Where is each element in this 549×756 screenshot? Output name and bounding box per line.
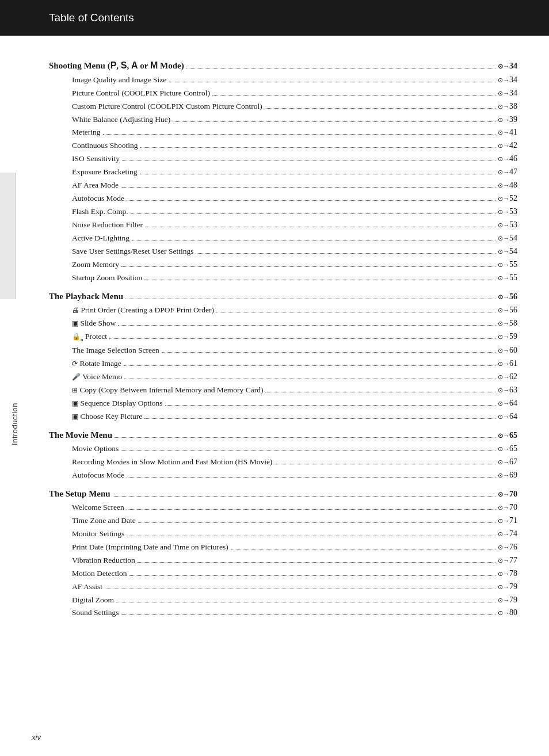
toc-item-label: AF Assist — [72, 581, 102, 593]
toc-title-shooting: Shooting Menu (P, S, A or M Mode) — [49, 59, 184, 73]
toc-item-label: Noise Reduction Filter — [72, 219, 143, 231]
toc-item-label: White Balance (Adjusting Hue) — [72, 114, 170, 126]
list-item: ⟳ Rotate Image ⊙→61 — [49, 357, 517, 370]
toc-item-label: Sound Settings — [72, 607, 119, 619]
main-content: Shooting Menu (P, S, A or M Mode) ⊙→34 I… — [0, 36, 549, 655]
toc-item-label: AF Area Mode — [72, 180, 119, 192]
list-item: AF Assist ⊙→79 — [49, 581, 517, 593]
list-item: 🔒n Protect ⊙→59 — [49, 330, 517, 344]
list-item: Print Date (Imprinting Date and Time on … — [49, 541, 517, 553]
toc-item-label: Picture Control (COOLPIX Picture Control… — [72, 87, 210, 100]
toc-item-label: Metering — [72, 127, 101, 139]
page-footer: xiv — [32, 733, 41, 742]
toc-item-label: Digital Zoom — [72, 594, 114, 606]
toc-item-label: Movie Options — [72, 443, 119, 455]
list-item: Noise Reduction Filter ⊙→53 — [49, 219, 517, 231]
list-item: Exposure Bracketing ⊙→47 — [49, 166, 517, 178]
toc-item-label: 🔒n Protect — [72, 331, 107, 344]
toc-item-label: Image Quality and Image Size — [72, 74, 166, 86]
toc-title-playback: The Playback Menu — [49, 290, 123, 303]
toc-item-label: Startup Zoom Position — [72, 272, 142, 284]
toc-section-movie: The Movie Menu ⊙→65 Movie Options ⊙→65 R… — [49, 429, 517, 482]
list-item: Sound Settings ⊙→80 — [49, 606, 517, 619]
toc-item-label: Welcome Screen — [72, 502, 124, 514]
toc-section-shooting: Shooting Menu (P, S, A or M Mode) ⊙→34 I… — [49, 59, 517, 284]
toc-item-label: ▣ Choose Key Picture — [72, 411, 142, 423]
toc-item-label: ▣ Sequence Display Options — [72, 398, 163, 410]
toc-item-label: ▣ Slide Show — [72, 318, 116, 330]
list-item: Startup Zoom Position ⊙→55 — [49, 272, 517, 284]
toc-item-label: Autofocus Mode — [72, 469, 124, 482]
list-item: Zoom Memory ⊙→55 — [49, 258, 517, 271]
toc-item-label: Autofocus Mode — [72, 193, 124, 205]
list-item: Motion Detection ⊙→78 — [49, 567, 517, 580]
list-item: 🖨 Print Order (Creating a DPOF Print Ord… — [49, 304, 517, 316]
list-item: ▣ Choose Key Picture ⊙→64 — [49, 410, 517, 423]
list-item: White Balance (Adjusting Hue) ⊙→39 — [49, 113, 517, 126]
toc-item-label: Monitor Settings — [72, 528, 124, 540]
list-item: Recording Movies in Slow Motion and Fast… — [49, 456, 517, 468]
toc-page-shooting: ⊙→34 — [498, 60, 517, 72]
toc-row-movie: The Movie Menu ⊙→65 — [49, 429, 517, 442]
toc-item-label: Save User Settings/Reset User Settings — [72, 246, 193, 258]
toc-title-movie: The Movie Menu — [49, 429, 112, 442]
sidebar-tab: Introduction — [0, 173, 16, 299]
list-item: Image Quality and Image Size ⊙→34 — [49, 74, 517, 86]
header-bar: Table of Contents — [0, 0, 549, 36]
list-item: AF Area Mode ⊙→48 — [49, 179, 517, 192]
toc-section-playback: The Playback Menu ⊙→56 🖨 Print Order (Cr… — [49, 290, 517, 423]
list-item: 🎤 Voice Memo ⊙→62 — [49, 371, 517, 383]
list-item: Save User Settings/Reset User Settings ⊙… — [49, 245, 517, 258]
toc-item-label: ISO Sensitivity — [72, 153, 120, 165]
toc-item-label: Print Date (Imprinting Date and Time on … — [72, 541, 228, 553]
list-item: Autofocus Mode ⊙→52 — [49, 192, 517, 205]
toc-item-label: ⟳ Rotate Image — [72, 358, 121, 370]
toc-item-label: Vibration Reduction — [72, 555, 135, 567]
list-item: ⊞ Copy (Copy Between Internal Memory and… — [49, 384, 517, 396]
page-number: xiv — [32, 733, 41, 742]
list-item: Custom Picture Control (COOLPIX Custom P… — [49, 100, 517, 113]
toc-item-label: ⊞ Copy (Copy Between Internal Memory and… — [72, 384, 263, 396]
sidebar-label: Introduction — [10, 403, 19, 445]
toc-item-label: 🖨 Print Order (Creating a DPOF Print Ord… — [72, 304, 214, 316]
toc-section-setup: The Setup Menu ⊙→70 Welcome Screen ⊙→70 … — [49, 487, 517, 620]
toc-row-playback: The Playback Menu ⊙→56 — [49, 290, 517, 303]
toc-row-shooting: Shooting Menu (P, S, A or M Mode) ⊙→34 — [49, 59, 517, 73]
toc-row-setup: The Setup Menu ⊙→70 — [49, 487, 517, 501]
toc-item-label: Custom Picture Control (COOLPIX Custom P… — [72, 101, 262, 113]
toc-item-label: Recording Movies in Slow Motion and Fast… — [72, 456, 272, 468]
toc-dots — [186, 68, 495, 68]
list-item: Continuous Shooting ⊙→42 — [49, 139, 517, 152]
list-item: Picture Control (COOLPIX Picture Control… — [49, 87, 517, 100]
list-item: Time Zone and Date ⊙→71 — [49, 514, 517, 527]
list-item: The Image Selection Screen ⊙→60 — [49, 344, 517, 357]
toc-title-setup: The Setup Menu — [49, 487, 110, 501]
list-item: Flash Exp. Comp. ⊙→53 — [49, 205, 517, 218]
toc-item-label: 🎤 Voice Memo — [72, 371, 122, 383]
toc-item-label: Time Zone and Date — [72, 515, 136, 527]
toc-item-label: Exposure Bracketing — [72, 166, 138, 178]
toc-item-label: Zoom Memory — [72, 259, 119, 271]
toc-item-label: Motion Detection — [72, 568, 127, 580]
toc-item-label: Flash Exp. Comp. — [72, 206, 128, 218]
list-item: Monitor Settings ⊙→74 — [49, 528, 517, 540]
list-item: ▣ Slide Show ⊙→58 — [49, 317, 517, 330]
list-item: Autofocus Mode ⊙→69 — [49, 469, 517, 482]
list-item: Welcome Screen ⊙→70 — [49, 501, 517, 514]
list-item: Digital Zoom ⊙→79 — [49, 594, 517, 606]
toc-item-label: Active D-Lighting — [72, 232, 129, 245]
toc-item-label: The Image Selection Screen — [72, 345, 159, 357]
list-item: Movie Options ⊙→65 — [49, 442, 517, 455]
list-item: Vibration Reduction ⊙→77 — [49, 554, 517, 567]
list-item: Metering ⊙→41 — [49, 126, 517, 139]
list-item: ▣ Sequence Display Options ⊙→64 — [49, 397, 517, 410]
list-item: Active D-Lighting ⊙→54 — [49, 232, 517, 245]
toc-item-label: Continuous Shooting — [72, 140, 138, 152]
page-title: Table of Contents — [49, 12, 134, 24]
list-item: ISO Sensitivity ⊙→46 — [49, 152, 517, 165]
